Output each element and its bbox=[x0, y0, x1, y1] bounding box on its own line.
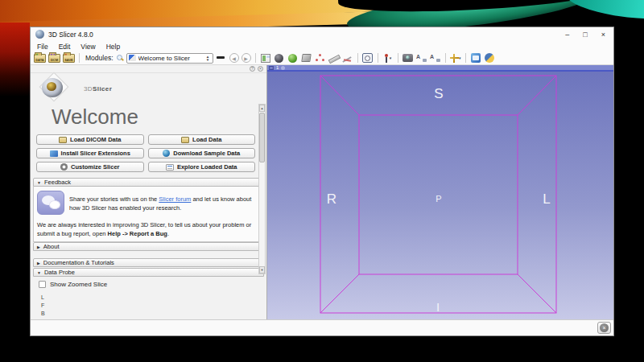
status-bar: × bbox=[31, 319, 613, 335]
module-icon bbox=[129, 55, 136, 61]
ruler-icon[interactable] bbox=[328, 53, 340, 64]
gear-icon bbox=[60, 163, 68, 171]
load-dicom-icon[interactable]: ★★DCM bbox=[48, 54, 60, 63]
title-bar: 3D Slicer 4.8.0 – □ × bbox=[31, 27, 613, 41]
data-tree-icon bbox=[166, 164, 174, 171]
collapse-arrow-icon bbox=[37, 245, 40, 249]
probe-row-f: F bbox=[41, 302, 266, 310]
feedback-section-header[interactable]: Feedback bbox=[33, 178, 264, 187]
close-button[interactable]: × bbox=[601, 31, 605, 39]
crosshair-dropdown-icon[interactable]: ▾ bbox=[450, 53, 461, 64]
transform-icon[interactable] bbox=[301, 53, 312, 64]
install-extensions-button[interactable]: Install Slicer Extensions bbox=[36, 148, 144, 158]
module-search-icon[interactable] bbox=[116, 54, 124, 62]
load-data-icon[interactable]: ★DATA bbox=[34, 54, 46, 63]
place-point-icon[interactable] bbox=[287, 53, 299, 64]
load-data-button[interactable]: Load Data bbox=[148, 134, 256, 145]
collapse-arrow-icon bbox=[37, 270, 41, 275]
logo-row: 3DSlicer bbox=[31, 73, 266, 104]
toolbar-separator bbox=[255, 53, 256, 63]
slide-ribbon-banner bbox=[0, 0, 644, 27]
download-sample-data-button[interactable]: Download Sample Data bbox=[148, 148, 256, 158]
documentation-section-header[interactable]: Documentation & Tutorials bbox=[33, 258, 264, 267]
data-probe-body: Show Zoomed Slice L F B bbox=[31, 277, 266, 318]
section-gap bbox=[31, 251, 266, 258]
menu-view[interactable]: View bbox=[80, 43, 95, 51]
toolbar-separator bbox=[398, 53, 398, 63]
logo-text: 3DSlicer bbox=[84, 85, 112, 93]
panel-header-strip: ? × bbox=[31, 65, 266, 73]
orientation-label-right: R bbox=[327, 191, 336, 207]
menu-help[interactable]: Help bbox=[106, 43, 120, 51]
menu-bar: File Edit View Help bbox=[31, 41, 613, 51]
data-probe-section-header[interactable]: Data Probe bbox=[33, 268, 264, 277]
collapse-arrow-icon bbox=[37, 180, 41, 185]
markups-icon[interactable] bbox=[315, 53, 326, 64]
slicer-forum-link[interactable]: Slicer forum bbox=[159, 195, 191, 203]
globe-icon bbox=[163, 150, 170, 157]
probe-rows: L F B bbox=[41, 294, 266, 318]
module-spinner[interactable]: ▲▼ bbox=[205, 56, 211, 61]
chat-bubbles-icon bbox=[37, 191, 64, 215]
show-zoomed-slice-label: Show Zoomed Slice bbox=[50, 281, 107, 288]
module-selector[interactable]: Welcome to Slicer ▲▼ bbox=[126, 53, 213, 64]
orientation-cube: S R P L I bbox=[267, 73, 613, 321]
statusbar-close-button[interactable]: × bbox=[597, 322, 611, 334]
close-circle-icon: × bbox=[600, 323, 609, 332]
dicom-folder-icon bbox=[59, 137, 67, 143]
menu-edit[interactable]: Edit bbox=[59, 43, 71, 51]
save-icon[interactable]: ★SAVE bbox=[63, 54, 75, 63]
screenshot-icon[interactable] bbox=[362, 53, 374, 64]
extensions-manager-icon[interactable] bbox=[470, 53, 481, 64]
scrollbar-thumb[interactable] bbox=[259, 113, 265, 162]
mouse-interaction-icon[interactable] bbox=[274, 53, 285, 64]
angle-icon[interactable] bbox=[342, 53, 353, 64]
toolbar-separator bbox=[79, 53, 80, 63]
probe-row-l: L bbox=[41, 294, 266, 302]
view-options-icon[interactable] bbox=[281, 66, 285, 70]
modules-label: Modules: bbox=[85, 54, 114, 62]
load-dicom-data-button[interactable]: Load DICOM Data bbox=[36, 134, 144, 145]
scroll-down-icon[interactable]: ▼ bbox=[259, 266, 265, 274]
panel-help-icon[interactable]: ? bbox=[250, 66, 255, 72]
customize-slicer-button[interactable]: Customize Slicer bbox=[36, 162, 144, 172]
feedback-share-text: Share your stories with us on the Slicer… bbox=[69, 191, 260, 215]
menu-file[interactable]: File bbox=[37, 43, 48, 51]
main-area: ? × 3DSlicer Welcome Load DICOM Data Loa… bbox=[31, 65, 613, 321]
scene-views-icon[interactable] bbox=[430, 53, 441, 64]
panel-close-icon[interactable]: × bbox=[258, 66, 263, 72]
threed-view[interactable]: – 1 S R P L I bbox=[267, 65, 613, 321]
module-forward-icon[interactable]: ▶ bbox=[242, 53, 251, 63]
module-back-icon[interactable]: ◀ bbox=[229, 53, 239, 63]
minimize-button[interactable]: – bbox=[565, 31, 569, 39]
toolbar-separator bbox=[357, 53, 358, 63]
annotation-snapshot-icon[interactable] bbox=[416, 53, 427, 64]
window-title: 3D Slicer 4.8.0 bbox=[48, 31, 565, 39]
pin-dropdown-icon[interactable]: ▾ bbox=[382, 53, 394, 64]
explore-loaded-data-button[interactable]: Explore Loaded Data bbox=[148, 162, 256, 172]
module-panel: ? × 3DSlicer Welcome Load DICOM Data Loa… bbox=[31, 65, 267, 321]
layout-selector-icon[interactable] bbox=[260, 53, 271, 64]
scroll-up-icon[interactable]: ▲ bbox=[259, 105, 265, 112]
orientation-label-superior: S bbox=[434, 86, 443, 101]
capture-icon[interactable] bbox=[402, 53, 414, 64]
slicer-logo-icon bbox=[37, 75, 79, 104]
view-pin-icon[interactable]: – bbox=[269, 66, 274, 70]
data-folder-icon bbox=[181, 137, 189, 143]
toolbar-separator bbox=[465, 53, 466, 63]
module-history-icon[interactable] bbox=[216, 53, 227, 64]
orientation-label-inferior: I bbox=[436, 300, 440, 314]
welcome-heading: Welcome bbox=[52, 104, 266, 130]
ribbon-teal-edge bbox=[565, 0, 644, 24]
slide-red-edge bbox=[0, 23, 30, 97]
module-selector-value: Welcome to Slicer bbox=[138, 55, 203, 62]
view-controller-bar[interactable]: – 1 bbox=[267, 65, 613, 72]
show-zoomed-slice-checkbox[interactable] bbox=[39, 281, 46, 288]
maximize-button[interactable]: □ bbox=[583, 31, 587, 39]
toolbar-separator bbox=[378, 53, 378, 63]
toolbar: ★DATA ★★DCM ★SAVE Modules: Welcome to Sl… bbox=[31, 51, 613, 65]
extensions-icon bbox=[50, 150, 58, 157]
about-section-header[interactable]: About bbox=[33, 242, 264, 251]
panel-scrollbar[interactable]: ▲ ▼ bbox=[258, 104, 266, 274]
python-console-icon[interactable] bbox=[484, 53, 495, 64]
